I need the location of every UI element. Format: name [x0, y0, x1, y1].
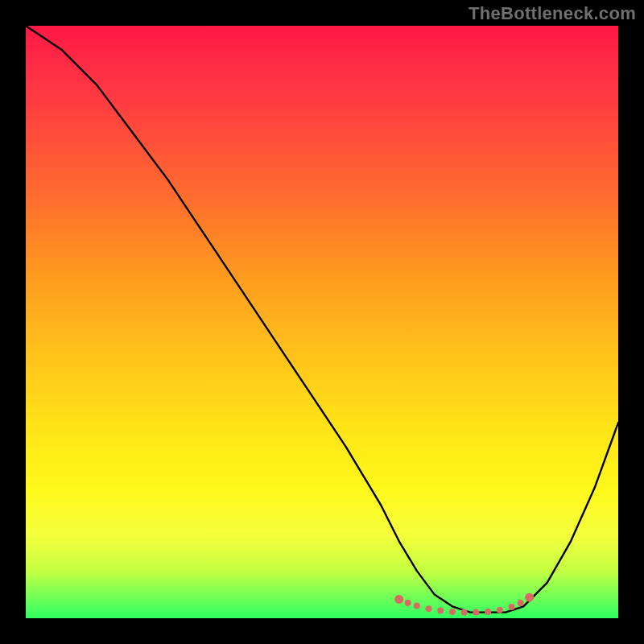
- frame: TheBottleneck.com: [0, 0, 644, 644]
- marker-dot: [509, 604, 515, 610]
- marker-dot: [426, 605, 432, 612]
- marker-dot: [525, 593, 534, 602]
- marker-dot: [485, 609, 491, 615]
- marker-dot: [473, 609, 479, 616]
- marker-dot: [497, 607, 503, 613]
- flat-region-dots: [394, 593, 534, 616]
- marker-dot: [461, 609, 468, 616]
- watermark-text: TheBottleneck.com: [469, 3, 636, 24]
- bottleneck-curve-path: [26, 26, 618, 613]
- marker-dot: [518, 600, 524, 606]
- marker-dot: [449, 609, 456, 615]
- marker-dot: [394, 595, 403, 604]
- chart-svg: [26, 26, 618, 618]
- marker-dot: [437, 607, 444, 613]
- marker-dot: [414, 603, 420, 609]
- plot-area: [26, 26, 618, 618]
- marker-dot: [405, 600, 411, 606]
